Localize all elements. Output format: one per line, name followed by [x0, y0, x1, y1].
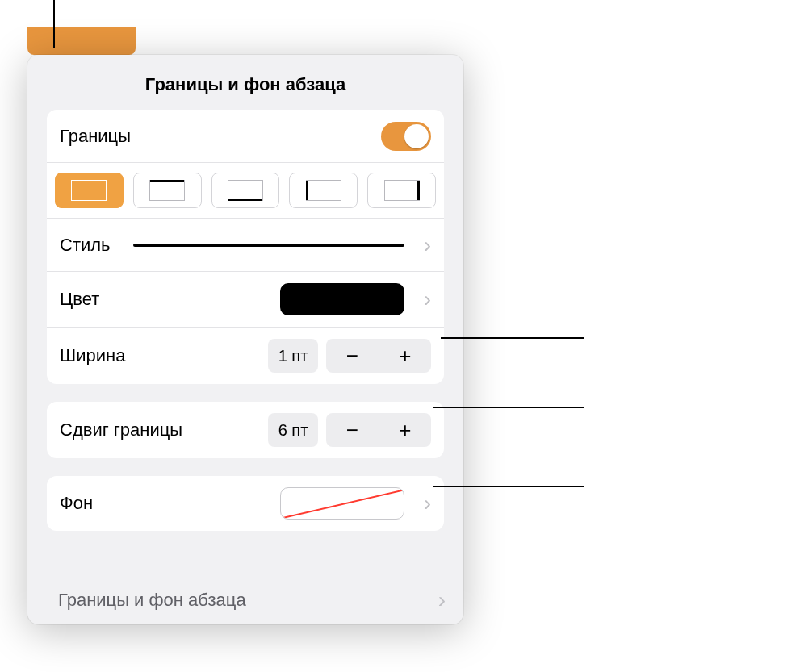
background-label: Фон	[60, 493, 93, 514]
card-borders: Границы Стиль	[47, 110, 444, 384]
border-top-icon	[149, 180, 185, 201]
row-color[interactable]: Цвет ›	[47, 272, 444, 328]
width-plus-button[interactable]: +	[379, 339, 432, 373]
border-right-icon	[384, 180, 420, 201]
callout-line	[433, 407, 584, 408]
line-style-preview	[133, 244, 404, 247]
border-position-top[interactable]	[133, 173, 202, 208]
bottom-link-label: Границы и фон абзаца	[58, 590, 246, 611]
border-position-all[interactable]	[55, 173, 124, 208]
callout-line	[433, 486, 584, 487]
width-label: Ширина	[60, 345, 125, 366]
style-label: Стиль	[60, 235, 111, 256]
offset-minus-button[interactable]: −	[326, 413, 379, 447]
color-label: Цвет	[60, 289, 99, 310]
border-position-bottom[interactable]	[211, 173, 280, 208]
row-borders-toggle: Границы	[47, 110, 444, 163]
offset-plus-button[interactable]: +	[379, 413, 432, 447]
offset-stepper: − +	[326, 413, 431, 447]
popover-title: Границы и фон абзаца	[27, 55, 463, 110]
chevron-right-icon: ›	[424, 234, 431, 257]
border-position-right[interactable]	[367, 173, 436, 208]
row-width: Ширина 1 пт − +	[47, 328, 444, 384]
toggle-knob	[404, 124, 429, 148]
border-bottom-icon	[228, 180, 263, 201]
border-left-icon	[306, 180, 341, 201]
callout-line	[53, 0, 55, 48]
border-position-left[interactable]	[289, 173, 358, 208]
chevron-right-icon: ›	[424, 492, 431, 515]
row-offset: Сдвиг границы 6 пт − +	[47, 402, 444, 458]
row-background[interactable]: Фон ›	[47, 476, 444, 531]
color-swatch[interactable]	[280, 283, 404, 315]
borders-background-popover: Границы и фон абзаца Границы	[27, 55, 463, 624]
chevron-right-icon: ›	[438, 589, 446, 611]
row-style[interactable]: Стиль ›	[47, 219, 444, 272]
row-borders-and-background-link[interactable]: Границы и фон абзаца ›	[47, 581, 457, 620]
card-offset: Сдвиг границы 6 пт − +	[47, 402, 444, 458]
width-value[interactable]: 1 пт	[268, 339, 318, 373]
chevron-right-icon: ›	[424, 288, 431, 311]
callout-line	[441, 337, 584, 339]
offset-label: Сдвиг границы	[60, 419, 182, 440]
parent-tab-peek	[27, 27, 136, 55]
width-minus-button[interactable]: −	[326, 339, 379, 373]
border-all-icon	[71, 180, 107, 201]
borders-toggle[interactable]	[381, 122, 431, 151]
borders-label: Границы	[60, 126, 131, 147]
width-stepper: − +	[326, 339, 431, 373]
offset-value[interactable]: 6 пт	[268, 413, 318, 447]
card-background: Фон ›	[47, 476, 444, 531]
row-border-position	[47, 163, 444, 219]
background-swatch-none[interactable]	[280, 487, 404, 520]
